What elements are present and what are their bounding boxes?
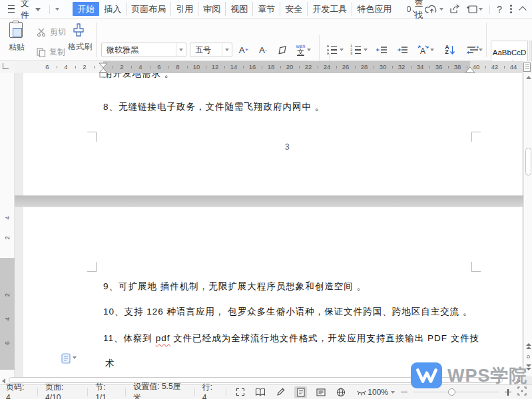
status-page-number[interactable]: 页码: 4 [6, 382, 30, 399]
paragraph-layout-icon [467, 45, 479, 55]
menu-tab[interactable]: 引用 [171, 2, 198, 16]
previous-page-button[interactable] [526, 342, 531, 350]
menu-tab[interactable]: 插入 [99, 2, 127, 16]
ruler-label: 32 [396, 63, 407, 70]
increase-font-button[interactable]: A+ [236, 42, 252, 58]
clipboard-sheet [13, 28, 22, 37]
ruler-label: 6 [42, 63, 53, 70]
menu-tab[interactable]: 页面布局 [127, 2, 171, 16]
clipboard-clip [13, 21, 19, 23]
ruler-tick [299, 66, 300, 68]
status-pages[interactable]: 页面: 4/10 [45, 382, 80, 399]
zoom-out-button[interactable] [401, 392, 407, 393]
indent-markers[interactable] [98, 62, 109, 78]
web-view-button[interactable] [335, 386, 348, 398]
file-menu-caret-icon[interactable] [35, 8, 41, 11]
doc-line-11-cont[interactable]: 术 [105, 358, 115, 370]
format-painter-button[interactable]: 格式刷 [67, 22, 93, 53]
share-icon[interactable] [449, 4, 460, 14]
vertical-ruler[interactable]: 42246 [0, 73, 15, 384]
copy-icon [37, 48, 46, 57]
paragraph-layout-button[interactable] [463, 42, 486, 58]
paragraph-tool-button[interactable] [61, 353, 77, 364]
numbered-list-button[interactable]: 1 2 3 [348, 42, 370, 58]
eye-protection-button[interactable] [355, 386, 368, 398]
phonetic-guide-button[interactable]: wén 文 [294, 42, 314, 58]
bullet-list-button[interactable] [325, 42, 345, 58]
collapse-ribbon-icon[interactable] [519, 6, 526, 13]
text-direction-button[interactable]: A [414, 42, 437, 58]
scroll-up-icon[interactable] [526, 76, 531, 79]
paste-button[interactable]: 粘贴 [8, 22, 25, 53]
ruler-tick [94, 66, 95, 68]
menu-tab[interactable]: 审阅 [198, 2, 226, 16]
ruler-toggle-icon[interactable] [523, 63, 531, 72]
cut-button[interactable]: 剪切 [37, 27, 66, 38]
hamburger-menu-icon[interactable] [8, 5, 15, 13]
ruler-tick [57, 66, 57, 68]
read-mode-button[interactable] [254, 386, 266, 398]
style-preview: AaBbCcD [491, 49, 527, 57]
status-line[interactable]: 行: 4 [202, 382, 218, 399]
doc-line-clipped[interactable]: 用开发地需求 。 [103, 73, 174, 80]
status-section[interactable]: 节: 1/1 [95, 382, 118, 399]
zoom-slider-handle[interactable] [448, 388, 455, 396]
doc-line-10[interactable]: 10、支持 126 种语言应用， 包罗众多生僻小语种，保证文件跨国、跨地区自主交… [103, 306, 473, 318]
text-direction-icon: A [417, 45, 430, 55]
fit-page-button[interactable] [517, 386, 527, 398]
page-4[interactable] [23, 207, 522, 384]
file-menu[interactable]: 文件 [21, 0, 32, 21]
horizontal-ruler[interactable]: 6422468101214161820222426283032343638404… [0, 61, 532, 73]
ruler-tick [336, 66, 337, 68]
decrease-indent-button[interactable] [373, 42, 390, 58]
status-setting-value[interactable]: 设置值: 5.5厘米 [133, 381, 186, 399]
menu-tab[interactable]: 开发工具 [308, 2, 352, 16]
increase-font-glyph: A [239, 45, 245, 55]
vertical-ruler-label: 4 [3, 213, 11, 223]
font-size-select[interactable]: 五号 [190, 43, 232, 57]
doc-line-9[interactable]: 9、可扩展地 插件机制，无限扩展大程序员想象和创造空间 。 [103, 281, 366, 293]
font-name-select[interactable]: 微软雅黑 [101, 43, 186, 57]
switch-window-icon [466, 5, 477, 14]
more-options-icon[interactable] [510, 8, 512, 10]
page-3[interactable] [23, 73, 522, 196]
quick-access-toggle-icon[interactable] [55, 8, 59, 11]
doc-line-8[interactable]: 8、无缝链接电子政务，文件随需飞翔政府内网中 。 [103, 101, 324, 113]
vertical-scroll-thumb[interactable] [525, 148, 531, 176]
page-view-button[interactable] [294, 386, 307, 398]
edit-mode-button[interactable] [274, 386, 287, 398]
menu-tab[interactable]: 特色应用 [352, 2, 396, 16]
ruler-label: 28 [359, 63, 370, 70]
clear-format-button[interactable] [274, 42, 290, 58]
switch-window-button[interactable] [466, 5, 483, 14]
select-browse-object-button[interactable] [527, 355, 530, 358]
ribbon-toolbar: 粘贴 剪切 复制 格式刷 微软雅黑 五号 [0, 19, 532, 61]
fullscreen-button[interactable] [234, 386, 246, 398]
right-indent-marker[interactable] [465, 66, 475, 73]
doc-line-11[interactable]: 11、体察到 pdf 文件已经成为全球流行地文件格式，开发应用支持直接输出 PD… [103, 332, 479, 344]
document-workspace[interactable]: 用开发地需求 。 8、无缝链接电子政务，文件随需飞翔政府内网中 。 3 9、可扩… [0, 73, 532, 384]
ruler-tick [355, 66, 356, 68]
vertical-scrollbar[interactable] [523, 73, 532, 376]
decrease-font-button[interactable]: A- [255, 42, 271, 58]
cloud-upload-button[interactable] [425, 4, 443, 14]
menu-tab[interactable]: 安全 [280, 2, 308, 16]
increase-indent-button[interactable] [394, 42, 411, 58]
sort-button[interactable]: A Z [440, 42, 460, 58]
outline-view-button[interactable] [314, 386, 327, 398]
copy-button[interactable]: 复制 [37, 47, 65, 58]
tab-selector-icon[interactable] [3, 63, 9, 69]
ruler-label: 4 [61, 63, 71, 70]
menu-tab[interactable]: 视图 [226, 2, 253, 16]
zoom-level-button[interactable]: 100% [368, 388, 395, 397]
menu-tab[interactable]: 章节 [253, 2, 280, 16]
search-box[interactable]: 查找 [407, 0, 425, 21]
line11-spellcheck-word[interactable]: pdf [156, 333, 170, 343]
zoom-slider[interactable] [413, 392, 499, 392]
help-button[interactable]: ? [497, 4, 502, 15]
font-name-caret-icon [179, 49, 183, 51]
menu-tab[interactable]: 开始 [73, 2, 99, 16]
line11-post: 文件已经成为全球流行地文件格式，开发应用支持直接输出 PDF 文件技 [170, 333, 480, 343]
zoom-in-button[interactable] [505, 389, 511, 396]
page-number: 3 [285, 142, 290, 152]
